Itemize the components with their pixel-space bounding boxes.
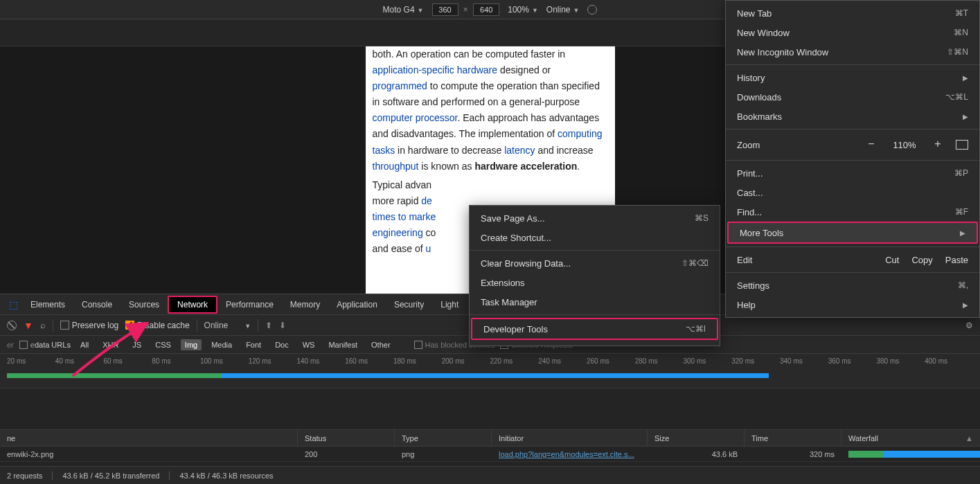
menu-new-tab[interactable]: New Tab⌘T (726, 3, 979, 23)
filter-input-truncated[interactable]: er (7, 341, 14, 349)
tab-security[interactable]: Security (386, 294, 432, 315)
cell-size: 43.6 kB (648, 450, 745, 458)
summary-resources: 43.4 kB / 46.3 kB resources (179, 472, 273, 480)
filter-js[interactable]: JS (128, 339, 145, 350)
link-hardware[interactable]: application-specific hardware (373, 64, 498, 75)
fullscreen-icon[interactable] (956, 140, 968, 150)
filter-css[interactable]: CSS (151, 339, 175, 350)
menu-history[interactable]: History▶ (726, 68, 979, 87)
hide-data-urls-checkbox[interactable]: e data URLs (19, 341, 71, 349)
timeline-band-download (222, 373, 769, 378)
col-time[interactable]: Time (745, 430, 841, 446)
zoom-select[interactable]: 100%▼ (508, 5, 538, 15)
cell-type: png (395, 450, 492, 458)
tab-network[interactable]: Network (168, 296, 217, 314)
device-mode-toggle-icon[interactable]: ⬚ (4, 296, 22, 314)
network-settings-icon[interactable]: ⚙ (965, 321, 973, 330)
stop-record-icon[interactable] (7, 321, 17, 330)
search-icon[interactable]: ⌕ (40, 320, 46, 330)
menu-new-window[interactable]: New Window⌘N (726, 23, 979, 42)
col-initiator[interactable]: Initiator (492, 430, 648, 446)
tab-elements[interactable]: Elements (22, 294, 73, 315)
summary-transferred: 43.6 kB / 45.2 kB transferred (62, 472, 159, 480)
upload-har-icon[interactable]: ⬆ (265, 321, 272, 330)
table-row[interactable]: enwiki-2x.png 200 png load.php?lang=en&m… (0, 447, 980, 462)
menu-settings[interactable]: Settings⌘, (726, 276, 979, 295)
cell-status: 200 (298, 450, 395, 458)
cell-initiator[interactable]: load.php?lang=en&modules=ext.cite.s... (492, 450, 648, 458)
bold-term: hardware acceleration (474, 161, 577, 172)
link-processor[interactable]: computer processor (373, 112, 458, 123)
more-tools-submenu: Save Page As...⌘S Create Shortcut... Cle… (469, 205, 720, 346)
menu-extensions[interactable]: Extensions (470, 273, 720, 292)
menu-more-tools[interactable]: More Tools▶ (727, 222, 978, 244)
cell-waterfall (841, 451, 980, 458)
disable-cache-checkbox[interactable]: Disable cache (125, 321, 189, 330)
chrome-main-menu: New Tab⌘T New Window⌘N New Incognito Win… (725, 0, 980, 318)
tab-memory[interactable]: Memory (282, 294, 328, 315)
menu-create-shortcut[interactable]: Create Shortcut... (470, 228, 720, 247)
device-select[interactable]: Moto G4▼ (383, 5, 424, 15)
link-programmed[interactable]: programmed (373, 80, 427, 91)
zoom-in-button[interactable]: + (929, 136, 946, 153)
network-timeline[interactable]: 20 ms40 ms60 ms80 ms100 ms120 ms140 ms16… (0, 354, 980, 388)
dimension-x: × (463, 5, 468, 15)
tab-lighthouse[interactable]: Light (432, 294, 467, 315)
filter-xhr[interactable]: XHR (98, 339, 123, 350)
zoom-percentage: 110% (889, 140, 920, 150)
tab-application[interactable]: Application (328, 294, 386, 315)
link-engineering[interactable]: engineering (373, 227, 423, 238)
filter-ws[interactable]: WS (299, 339, 319, 350)
menu-edit: Edit Cut Copy Paste (726, 250, 979, 269)
tab-console[interactable]: Console (73, 294, 121, 315)
col-name[interactable]: ne (0, 430, 298, 446)
col-size[interactable]: Size (648, 430, 745, 446)
menu-bookmarks[interactable]: Bookmarks▶ (726, 107, 979, 126)
network-summary: 2 requests 43.6 kB / 45.2 kB transferred… (0, 466, 980, 484)
menu-task-manager[interactable]: Task Manager (470, 292, 720, 312)
menu-cast[interactable]: Cast... (726, 183, 979, 202)
tab-performance[interactable]: Performance (217, 294, 282, 315)
filter-icon[interactable]: ▼ (24, 320, 33, 331)
menu-save-page[interactable]: Save Page As...⌘S (470, 208, 720, 228)
menu-help[interactable]: Help▶ (726, 295, 979, 314)
menu-clear-data[interactable]: Clear Browsing Data...⇧⌘⌫ (470, 253, 720, 273)
zoom-out-button[interactable]: − (863, 136, 880, 153)
tab-sources[interactable]: Sources (121, 294, 168, 315)
filter-media[interactable]: Media (207, 339, 236, 350)
col-status[interactable]: Status (298, 430, 395, 446)
menu-downloads[interactable]: Downloads⌥⌘L (726, 87, 979, 107)
link-throughput[interactable]: throughput (373, 161, 419, 172)
link-latency[interactable]: latency (504, 145, 535, 156)
timeline-band-waiting (7, 373, 222, 378)
filter-img[interactable]: Img (181, 339, 202, 350)
height-input[interactable] (473, 3, 499, 16)
throttle-select[interactable]: Online▼ (546, 5, 580, 15)
preserve-log-checkbox[interactable]: Preserve log (60, 321, 118, 330)
filter-doc[interactable]: Doc (271, 339, 293, 350)
cell-time: 320 ms (745, 450, 841, 458)
filter-font[interactable]: Font (242, 339, 265, 350)
edit-copy[interactable]: Copy (911, 255, 932, 265)
menu-print[interactable]: Print...⌘P (726, 163, 979, 183)
col-waterfall[interactable]: Waterfall▲ (841, 430, 980, 446)
menu-new-incognito[interactable]: New Incognito Window⇧⌘N (726, 42, 979, 62)
filter-all[interactable]: All (76, 339, 93, 350)
link-times[interactable]: times to marke (373, 211, 436, 222)
timeline-resize-area[interactable] (0, 388, 980, 430)
link-u[interactable]: u (426, 243, 431, 254)
filter-other[interactable]: Other (367, 339, 395, 350)
rotate-icon[interactable] (587, 5, 597, 15)
link-de[interactable]: de (421, 195, 432, 206)
menu-developer-tools[interactable]: Developer Tools⌥⌘I (471, 318, 718, 340)
edit-cut[interactable]: Cut (885, 255, 899, 265)
throttle-dropdown[interactable]: Online ▼ (204, 321, 251, 330)
cell-name: enwiki-2x.png (0, 450, 298, 458)
col-type[interactable]: Type (395, 430, 492, 446)
edit-paste[interactable]: Paste (945, 255, 968, 265)
download-har-icon[interactable]: ⬇ (279, 321, 286, 330)
width-input[interactable] (432, 3, 458, 16)
summary-requests: 2 requests (7, 472, 42, 480)
menu-find[interactable]: Find...⌘F (726, 202, 979, 222)
filter-manifest[interactable]: Manifest (324, 339, 362, 350)
